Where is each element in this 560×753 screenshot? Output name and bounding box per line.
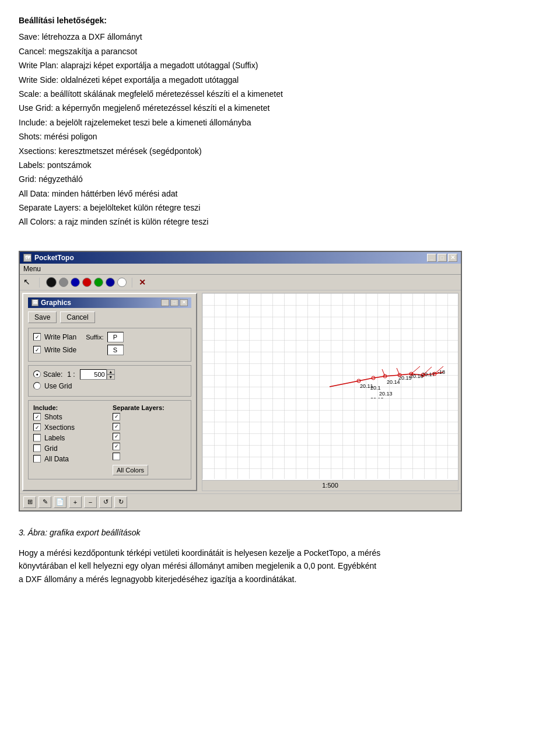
- menu-item-menu[interactable]: Menu: [23, 265, 41, 273]
- svg-text:20.13: 20.13: [379, 391, 393, 397]
- intro-line: Shots: mérési poligon: [19, 130, 541, 143]
- dialog-controls[interactable]: _ □ ✕: [161, 299, 188, 306]
- toolbar: ↖ │ │ ✕: [20, 275, 461, 290]
- intro-line: Labels: pontszámok: [19, 159, 541, 171]
- spin-down[interactable]: ▼: [107, 374, 115, 380]
- all-colors-button[interactable]: All Colors: [113, 465, 148, 475]
- dot-red[interactable]: [82, 278, 92, 287]
- dialog-buttons: Save Cancel: [28, 311, 191, 323]
- menubar: Menu: [20, 264, 461, 275]
- separate-checkbox-4[interactable]: [113, 453, 120, 460]
- dot-green[interactable]: [94, 278, 103, 287]
- minimize-button[interactable]: _: [427, 254, 436, 262]
- include-checkbox-shots[interactable]: [33, 413, 41, 421]
- intro-line: Scale: a beállított skálának megfelelő m…: [19, 87, 541, 100]
- include-item-row: Grid: [33, 444, 107, 453]
- include-title: Include:: [33, 404, 107, 411]
- grid-btn[interactable]: ⊞: [23, 496, 36, 508]
- separate-checkbox-0[interactable]: [113, 413, 120, 421]
- intro-line: Separate Layers: a bejelölteket külön ré…: [19, 201, 541, 214]
- separate-col: Separate Layers: All Colors: [113, 404, 186, 475]
- plus-btn[interactable]: +: [69, 496, 82, 508]
- cancel-button[interactable]: Cancel: [60, 311, 94, 323]
- include-label: Shots: [44, 413, 62, 421]
- maximize-button[interactable]: □: [438, 254, 447, 262]
- dot-gray[interactable]: [59, 278, 68, 287]
- write-side-label: Write Side: [44, 346, 76, 354]
- cursor-tool[interactable]: ↖: [23, 277, 34, 288]
- intro-line: Xsections: keresztmetszet mérések (segéd…: [19, 145, 541, 157]
- footer-line: Hogy a mérési kezdőpontunk térképi vetül…: [19, 547, 541, 559]
- window-titlebar: 🗺 PocketTopo _ □ ✕: [20, 252, 461, 264]
- intro-line: Cancel: megszakítja a parancsot: [19, 45, 541, 58]
- intro-line: Write Side: oldalnézeti képet exportálja…: [19, 73, 541, 86]
- dot-darkblue[interactable]: [71, 278, 80, 287]
- redo-btn[interactable]: ↻: [114, 496, 127, 508]
- spin-buttons[interactable]: ▲ ▼: [107, 369, 115, 380]
- suffix-plan-input[interactable]: P: [107, 332, 124, 342]
- survey-drawing: 20.1 20.13 20.12 20.14 20.15 20.16 20.17…: [318, 346, 452, 398]
- separate-item-row: [113, 413, 186, 421]
- dialog-close[interactable]: ✕: [180, 299, 188, 306]
- separator1: │: [37, 278, 43, 287]
- save-button[interactable]: Save: [28, 311, 57, 323]
- suffix-label: Suffix:: [86, 334, 103, 341]
- separate-checkbox-2[interactable]: [113, 433, 120, 440]
- app-icon: 🗺: [23, 254, 32, 262]
- minus-btn[interactable]: −: [84, 496, 97, 508]
- scale-section: Scale: 1 : 500 ▲ ▼ Use Grid: [28, 365, 191, 397]
- separate-checkbox-3[interactable]: [113, 443, 120, 450]
- close-button[interactable]: ✕: [448, 254, 457, 262]
- include-item-row: Xsections: [33, 423, 107, 432]
- use-grid-radio[interactable]: [33, 382, 41, 390]
- dialog-icon: 🖼: [32, 299, 38, 306]
- scale-radio[interactable]: [33, 370, 41, 378]
- scale-value-input[interactable]: 500: [80, 369, 107, 380]
- include-checkbox-xsections[interactable]: [33, 423, 41, 431]
- dot-navy[interactable]: [106, 278, 115, 287]
- separate-checkbox-1[interactable]: [113, 423, 120, 430]
- scale-status: 1:500: [322, 482, 338, 489]
- page-btn[interactable]: 📄: [54, 496, 66, 508]
- spin-up[interactable]: ▲: [107, 369, 115, 374]
- x-tool[interactable]: ✕: [139, 278, 146, 287]
- write-side-checkbox[interactable]: [33, 346, 41, 353]
- include-checkbox-labels[interactable]: [33, 434, 41, 442]
- undo-btn[interactable]: ↺: [99, 496, 112, 508]
- include-item-row: All Data: [33, 455, 107, 463]
- dot-black[interactable]: [46, 277, 57, 288]
- dialog-maximize[interactable]: □: [170, 299, 178, 306]
- write-plan-row: Write Plan Suffix: P: [33, 332, 186, 342]
- suffix-side-input[interactable]: S: [107, 345, 124, 355]
- svg-text:20.11: 20.11: [360, 383, 373, 389]
- dialog-minimize[interactable]: _: [161, 299, 169, 306]
- intro-section: Beállítási lehetőségek: Save: létrehozza…: [19, 14, 541, 229]
- scale-separator: 1 :: [67, 370, 75, 379]
- scale-row: Scale: 1 : 500 ▲ ▼: [33, 369, 186, 380]
- use-grid-row: Use Grid: [33, 382, 186, 390]
- include-col: Include: ShotsXsectionsLabelsGridAll Dat…: [33, 404, 107, 475]
- intro-line: Include: a bejelölt rajzelemeket teszi b…: [19, 116, 541, 129]
- use-grid-label: Use Grid: [44, 382, 72, 390]
- two-cols: Include: ShotsXsectionsLabelsGridAll Dat…: [33, 404, 186, 475]
- dot-white[interactable]: [117, 278, 127, 287]
- intro-line: Save: létrehozza a DXF állományt: [19, 30, 541, 43]
- graphics-dialog: 🖼 Graphics _ □ ✕ Save Cancel Write Plan: [22, 293, 197, 491]
- include-checkbox-grid[interactable]: [33, 444, 41, 452]
- scale-label: Scale:: [43, 370, 62, 379]
- window-content: 🖼 Graphics _ □ ✕ Save Cancel Write Plan: [20, 290, 461, 493]
- dialog-title: Graphics: [41, 299, 71, 307]
- pencil-btn[interactable]: ✎: [38, 496, 51, 508]
- separator2: │: [130, 278, 135, 287]
- include-item-row: Labels: [33, 434, 107, 442]
- include-checkbox-all data[interactable]: [33, 455, 41, 463]
- separate-item-row: [113, 433, 186, 440]
- titlebar-left: 🗺 PocketTopo: [23, 254, 74, 262]
- include-item-row: Shots: [33, 413, 107, 421]
- scale-input-wrap: 500 ▲ ▼: [80, 369, 115, 380]
- intro-heading: Beállítási lehetőségek:: [19, 14, 541, 27]
- include-label: Xsections: [44, 423, 75, 432]
- window-controls[interactable]: _ □ ✕: [427, 254, 457, 262]
- write-plan-checkbox[interactable]: [33, 333, 41, 341]
- window-title: PocketTopo: [34, 254, 74, 262]
